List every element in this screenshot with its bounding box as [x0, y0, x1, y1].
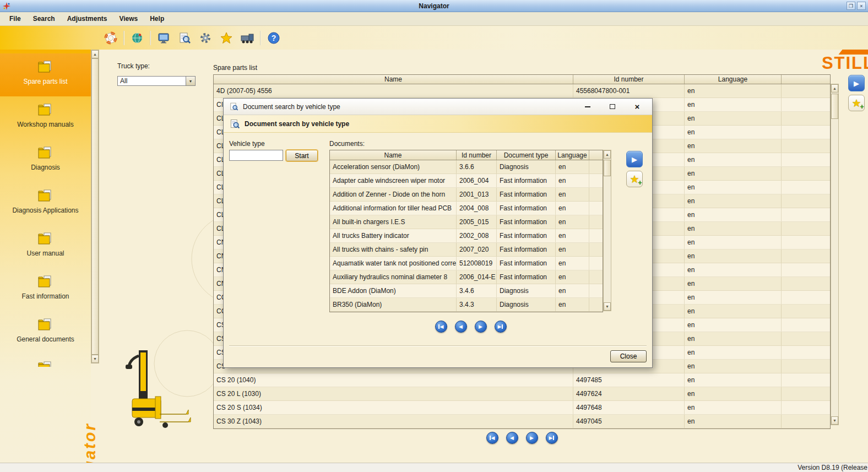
cell-document-type: Fast information — [497, 215, 556, 229]
cell-language: en — [685, 194, 782, 208]
open-document-button[interactable]: ▶ — [848, 75, 865, 91]
main-table-scrollbar[interactable]: ▲ ▼ — [831, 84, 839, 425]
first-page-button[interactable]: ◀ — [435, 321, 447, 333]
close-button[interactable]: Close — [610, 350, 647, 362]
start-button[interactable]: Start — [286, 150, 318, 161]
table-row[interactable]: Auxiliary hydraulics nominal diameter 8 … — [330, 270, 603, 284]
table-row[interactable]: CS 30 Z (1043) 4497045 en — [214, 415, 830, 428]
column-header[interactable]: Id number — [457, 150, 497, 160]
column-header[interactable]: Name — [214, 75, 573, 84]
dialog-maximize-button[interactable] — [607, 102, 617, 112]
column-header[interactable]: Name — [330, 150, 457, 160]
menu-item[interactable]: Views — [113, 13, 144, 25]
menu-item[interactable]: Adjustments — [61, 13, 113, 25]
add-favorite-button[interactable]: ★+ — [848, 95, 865, 111]
sidebar-scrollbar[interactable]: ▲ ▼ — [91, 50, 99, 364]
sidebar-item[interactable]: General documents — [0, 311, 91, 354]
column-header[interactable]: Id number — [573, 75, 685, 84]
vehicle-type-input[interactable] — [229, 150, 283, 161]
dialog-minimize-button[interactable] — [583, 102, 593, 112]
machine-icon[interactable] — [239, 30, 256, 46]
scroll-thumb[interactable] — [91, 58, 99, 355]
sidebar-item[interactable]: Spare parts list — [0, 53, 91, 96]
menu-item[interactable]: Help — [144, 13, 170, 25]
documents-scrollbar[interactable]: ▲ ▼ — [603, 150, 611, 311]
next-page-button[interactable]: ▶ — [475, 321, 487, 333]
table-row[interactable]: Additional information for tiller head P… — [330, 202, 603, 215]
help-icon[interactable]: ? — [265, 30, 282, 46]
menu-item[interactable]: Search — [27, 13, 61, 25]
table-row[interactable]: CS 20 L (1030) 4497624 en — [214, 387, 830, 401]
settings-gear-icon[interactable] — [197, 30, 214, 46]
scroll-up-button[interactable]: ▲ — [604, 150, 611, 159]
cell-name: Additional information for tiller head P… — [330, 202, 457, 215]
table-row[interactable]: BR350 (DiaMon) 3.4.3 Diagnosis en — [330, 298, 603, 312]
close-button[interactable]: × — [857, 2, 866, 10]
menu-item[interactable]: File — [3, 13, 27, 25]
document-search-icon[interactable] — [176, 30, 193, 46]
scroll-up-button[interactable]: ▲ — [91, 50, 99, 58]
table-row[interactable]: All trucks with chains - safety pin 2007… — [330, 243, 603, 257]
cell-extra — [782, 277, 830, 290]
first-page-button[interactable]: ◀ — [486, 432, 498, 444]
life-ring-icon[interactable] — [102, 30, 119, 46]
documents-label: Documents: — [329, 140, 365, 148]
cell-id-number: 3.6.6 — [457, 160, 497, 173]
chevron-down-icon[interactable]: ▼ — [186, 77, 195, 85]
cell-name: Aquamatik water tank not positioned corr… — [330, 257, 457, 270]
cell-extra — [589, 160, 603, 173]
cell-extra — [782, 139, 830, 153]
scroll-down-button[interactable]: ▼ — [831, 416, 838, 425]
next-page-button[interactable]: ▶ — [526, 432, 538, 444]
table-row[interactable]: Adapter cable windscreen wiper motor 200… — [330, 174, 603, 188]
prev-page-button[interactable]: ◀ — [506, 432, 518, 444]
prev-page-button[interactable]: ◀ — [455, 321, 467, 333]
scroll-track[interactable] — [91, 58, 99, 355]
scroll-track[interactable] — [831, 93, 838, 416]
column-header[interactable]: Language — [556, 150, 589, 160]
favorites-star-icon[interactable] — [218, 30, 235, 46]
sidebar-item[interactable]: Diagnosis Applications — [0, 182, 91, 225]
last-page-button[interactable]: ▶ — [546, 432, 558, 444]
truck-type-dropdown[interactable]: All ▼ — [117, 76, 196, 86]
cell-extra — [589, 270, 603, 284]
scroll-down-button[interactable]: ▼ — [91, 355, 99, 363]
scroll-up-button[interactable]: ▲ — [831, 84, 838, 93]
cell-extra — [782, 153, 830, 166]
last-page-button[interactable]: ▶ — [495, 321, 507, 333]
open-document-button[interactable]: ▶ — [626, 151, 643, 167]
scroll-down-button[interactable]: ▼ — [604, 302, 611, 311]
column-header[interactable] — [782, 75, 830, 84]
table-row[interactable]: Aquamatik water tank not positioned corr… — [330, 257, 603, 270]
list-title: Spare parts list — [213, 64, 257, 72]
sidebar-item[interactable] — [0, 354, 91, 367]
sidebar-item[interactable]: User manual — [0, 225, 91, 268]
table-row[interactable]: BDE Addon (DiaMon) 3.4.6 Diagnosis en — [330, 284, 603, 298]
sidebar-item[interactable]: Workshop manuals — [0, 96, 91, 139]
cell-id-number: 3.4.6 — [457, 284, 497, 297]
scroll-thumb[interactable] — [831, 94, 838, 119]
table-row[interactable]: CS 20 (1040) 4497485 en — [214, 373, 830, 387]
table-row[interactable]: 4D (2007-05) 4556 45568047800-001 en — [214, 84, 830, 98]
sidebar-item[interactable]: Diagnosis — [0, 139, 91, 182]
dialog-close-icon[interactable]: × — [632, 102, 642, 112]
globe-icon[interactable] — [129, 30, 145, 46]
table-row[interactable]: CS 20 S (1034) 4497648 en — [214, 401, 830, 415]
column-header[interactable] — [589, 150, 603, 160]
restore-button[interactable]: ❐ — [847, 2, 855, 10]
monitor-icon[interactable] — [155, 30, 172, 46]
column-header[interactable]: Document type — [497, 150, 556, 160]
scroll-thumb[interactable] — [604, 160, 611, 176]
sidebar-item-label: Workshop manuals — [17, 121, 74, 128]
column-header[interactable]: Language — [685, 75, 782, 84]
table-row[interactable]: All trucks Battery indicator 2002_008 Fa… — [330, 229, 603, 243]
cell-id-number: 4497648 — [573, 401, 685, 414]
table-row[interactable]: Addition of Zenner - Diode on the horn 2… — [330, 188, 603, 202]
cell-extra — [782, 332, 830, 345]
table-row[interactable]: Acceleration sensor (DiaMon) 3.6.6 Diagn… — [330, 160, 603, 174]
sidebar-item[interactable]: Fast information — [0, 268, 91, 311]
scroll-track[interactable] — [604, 159, 611, 302]
table-row[interactable]: All built-in chargers I.E.S 2005_015 Fas… — [330, 215, 603, 229]
add-favorite-button[interactable]: ★+ — [626, 171, 643, 187]
sidebar-item-label: Diagnosis — [31, 164, 60, 171]
